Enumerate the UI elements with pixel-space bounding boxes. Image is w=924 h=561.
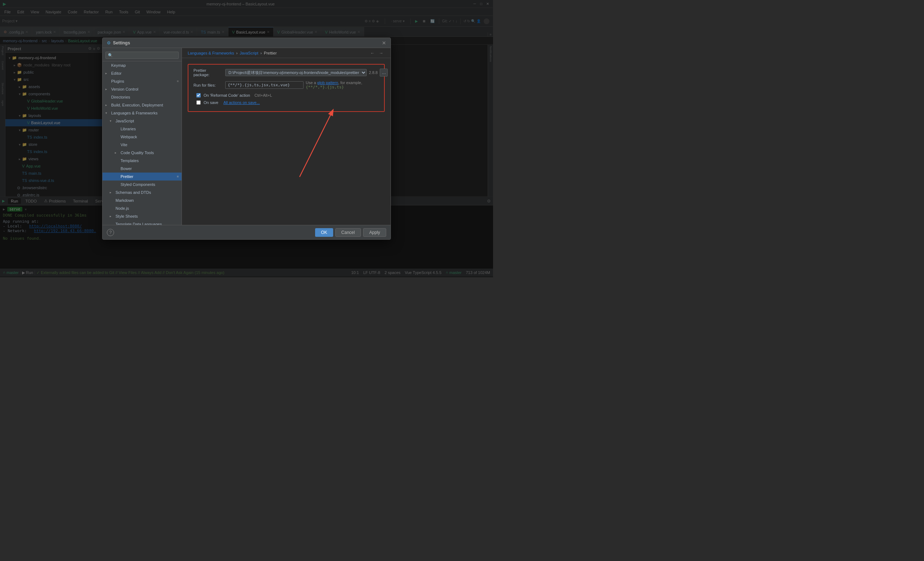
run-for-files-label: Run for files: bbox=[194, 83, 222, 87]
settings-search bbox=[102, 50, 182, 62]
dialog-close-btn[interactable]: ✕ bbox=[382, 40, 386, 45]
settings-breadcrumb: Languages & Frameworks › JavaScript › Pr… bbox=[182, 48, 390, 58]
on-reformat-checkbox[interactable] bbox=[196, 93, 201, 98]
prettier-badge: ≡ bbox=[177, 175, 178, 178]
apply-button[interactable]: Apply bbox=[363, 228, 386, 237]
package-path-select[interactable]: D:\Project\星球项目\memory-oj\memory-oj-fron… bbox=[225, 69, 367, 76]
package-row: Prettier package: D:\Project\星球项目\memory… bbox=[194, 68, 379, 77]
on-save-checkbox[interactable] bbox=[196, 100, 201, 105]
settings-nav-back[interactable]: ← bbox=[369, 51, 376, 56]
settings-content: Languages & Frameworks › JavaScript › Pr… bbox=[182, 48, 390, 225]
package-select-row: D:\Project\星球项目\memory-oj\memory-oj-fron… bbox=[225, 69, 388, 76]
ok-button[interactable]: OK bbox=[315, 228, 333, 237]
package-label: Prettier package: bbox=[194, 68, 222, 77]
settings-search-input[interactable] bbox=[105, 52, 178, 59]
nav-code-quality[interactable]: ▸ Code Quality Tools bbox=[102, 149, 182, 157]
all-actions-link[interactable]: All actions on save... bbox=[224, 100, 260, 105]
package-browse-btn[interactable]: … bbox=[380, 69, 388, 76]
nav-keymap[interactable]: Keymap bbox=[102, 62, 182, 69]
dialog-footer: ? OK Cancel Apply bbox=[102, 225, 390, 239]
nav-vcs[interactable]: ▸ Version Control bbox=[102, 85, 182, 93]
help-btn[interactable]: ? bbox=[107, 229, 114, 236]
nav-markdown[interactable]: Markdown bbox=[102, 196, 182, 204]
glob-link[interactable]: glob pattern bbox=[317, 81, 338, 85]
version-badge: 2.8.8 bbox=[369, 70, 378, 75]
on-reformat-label: On 'Reformat Code' action bbox=[204, 93, 250, 98]
dialog-title-bar: ⚙ Settings ✕ bbox=[102, 38, 390, 48]
settings-nav-forward[interactable]: → bbox=[378, 51, 385, 56]
nav-templates[interactable]: Templates bbox=[102, 157, 182, 165]
on-save-label: On save bbox=[204, 100, 218, 105]
nav-lang-frameworks[interactable]: ▾ Languages & Frameworks bbox=[102, 109, 182, 117]
on-save-row: On save All actions on save... bbox=[194, 100, 379, 105]
nav-nodejs[interactable]: Node.js bbox=[102, 204, 182, 212]
nav-bower[interactable]: Bower bbox=[102, 165, 182, 172]
nav-webpack[interactable]: Webpack bbox=[102, 133, 182, 141]
nav-schemas[interactable]: ▸ Schemas and DTDs bbox=[102, 189, 182, 196]
cancel-button[interactable]: Cancel bbox=[335, 228, 361, 237]
dialog-body: Keymap ▸ Editor Plugins ≡ ▸ Version Cont… bbox=[102, 48, 390, 225]
run-for-files-input-row: Use a glob pattern, for example, {**/*,*… bbox=[225, 81, 379, 90]
settings-breadcrumb-js[interactable]: JavaScript bbox=[240, 51, 258, 55]
settings-dialog: ⚙ Settings ✕ Keymap ▸ Edi bbox=[102, 38, 391, 240]
settings-main: Prettier package: D:\Project\星球项目\memory… bbox=[182, 58, 390, 225]
nav-styled-components[interactable]: Styled Components bbox=[102, 180, 182, 189]
settings-breadcrumb-lang[interactable]: Languages & Frameworks bbox=[188, 51, 234, 55]
nav-editor[interactable]: ▸ Editor bbox=[102, 69, 182, 77]
modal-overlay: ⚙ Settings ✕ Keymap ▸ Edi bbox=[0, 0, 493, 277]
settings-breadcrumb-prettier: Prettier bbox=[264, 51, 276, 55]
nav-stylesheets[interactable]: ▸ Style Sheets bbox=[102, 212, 182, 220]
nav-build[interactable]: ▸ Build, Execution, Deployment bbox=[102, 101, 182, 109]
nav-libraries[interactable]: Libraries bbox=[102, 125, 182, 133]
nav-plugins[interactable]: Plugins ≡ bbox=[102, 77, 182, 85]
on-reformat-shortcut: Ctrl+Alt+L bbox=[255, 93, 272, 98]
settings-nav: Keymap ▸ Editor Plugins ≡ ▸ Version Cont… bbox=[102, 48, 182, 225]
settings-box: Prettier package: D:\Project\星球项目\memory… bbox=[188, 64, 385, 112]
dialog-title: Settings bbox=[113, 40, 130, 45]
run-for-files-hint: Use a glob pattern, for example, {**/*,*… bbox=[306, 81, 379, 90]
plugins-badge: ≡ bbox=[177, 80, 178, 83]
nav-template-data[interactable]: Template Data Languages bbox=[102, 220, 182, 225]
run-for-files-row: Run for files: Use a glob pattern, for e… bbox=[194, 81, 379, 90]
on-reformat-row: On 'Reformat Code' action Ctrl+Alt+L bbox=[194, 93, 379, 98]
run-for-files-input[interactable] bbox=[225, 81, 303, 89]
nav-vite[interactable]: Vite bbox=[102, 141, 182, 149]
nav-prettier[interactable]: Prettier ≡ bbox=[102, 172, 182, 180]
nav-javascript[interactable]: ▾ JavaScript bbox=[102, 117, 182, 125]
nav-dirs[interactable]: Directories bbox=[102, 93, 182, 101]
